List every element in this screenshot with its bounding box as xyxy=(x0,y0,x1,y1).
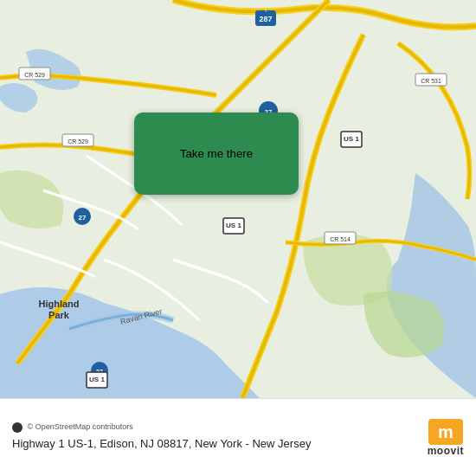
svg-text:CR 531: CR 531 xyxy=(421,78,441,84)
svg-text:CR 514: CR 514 xyxy=(330,236,351,242)
moovit-logo: m moovit xyxy=(428,419,464,457)
svg-text:US 1: US 1 xyxy=(344,135,359,143)
svg-text:27: 27 xyxy=(79,214,87,222)
bottom-bar: © OpenStreetMap contributors Highway 1 U… xyxy=(0,398,476,476)
map-background: 287 I 27 27 27 US 1 US 1 US 1 CR 529 CR … xyxy=(0,0,476,398)
svg-text:Park: Park xyxy=(48,310,70,320)
take-me-there-button[interactable]: Take me there xyxy=(134,113,299,195)
map-container: 287 I 27 27 27 US 1 US 1 US 1 CR 529 CR … xyxy=(0,0,476,398)
svg-text:m: m xyxy=(438,422,453,441)
svg-text:US 1: US 1 xyxy=(226,222,241,229)
svg-text:CR 529: CR 529 xyxy=(68,138,88,145)
copyright-icon xyxy=(12,422,23,433)
moovit-m-icon: m xyxy=(428,419,463,445)
svg-text:US 1: US 1 xyxy=(89,376,105,383)
osm-attribution: © OpenStreetMap contributors xyxy=(12,422,419,433)
bottom-info: © OpenStreetMap contributors Highway 1 U… xyxy=(12,422,419,452)
moovit-brand-text: moovit xyxy=(428,445,464,457)
svg-text:287: 287 xyxy=(259,15,272,23)
svg-text:Highland: Highland xyxy=(38,299,79,309)
address-text: Highway 1 US-1, Edison, NJ 08817, New Yo… xyxy=(12,436,419,452)
svg-text:CR 529: CR 529 xyxy=(24,72,45,78)
